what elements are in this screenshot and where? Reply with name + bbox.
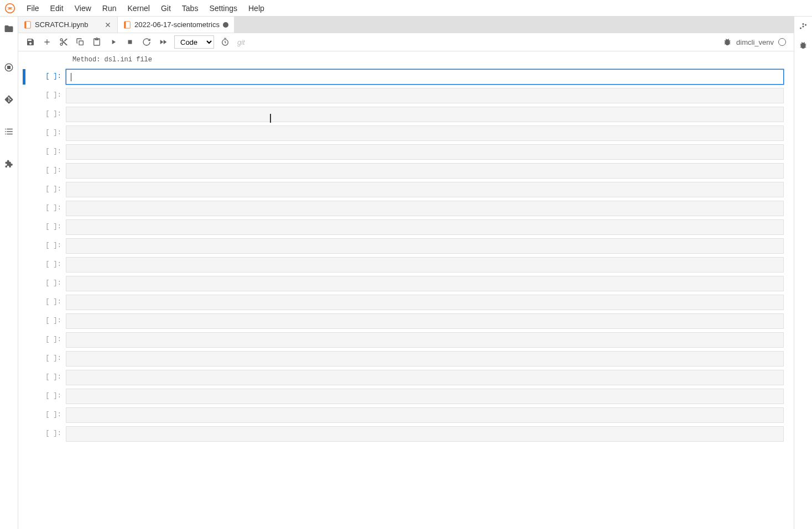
dirty-indicator-icon bbox=[223, 22, 228, 28]
menu-run[interactable]: Run bbox=[97, 2, 122, 15]
menu-edit[interactable]: Edit bbox=[45, 2, 69, 15]
paste-button[interactable] bbox=[89, 35, 105, 49]
cell-marker bbox=[23, 69, 25, 85]
cell-input[interactable] bbox=[66, 407, 784, 423]
cell-input[interactable] bbox=[66, 389, 784, 404]
cell-input[interactable] bbox=[66, 125, 784, 141]
code-cell[interactable]: [ ]: bbox=[23, 238, 784, 254]
cursor bbox=[71, 73, 71, 81]
cell-input[interactable] bbox=[66, 144, 784, 160]
toc-icon[interactable] bbox=[3, 126, 14, 137]
cell-marker bbox=[23, 313, 25, 329]
bug-icon[interactable] bbox=[723, 38, 732, 46]
code-cell[interactable]: [ ]: bbox=[23, 370, 784, 385]
timing-button[interactable] bbox=[217, 35, 233, 49]
notebook-icon bbox=[24, 21, 32, 29]
cell-input[interactable] bbox=[66, 313, 784, 329]
add-cell-button[interactable] bbox=[39, 35, 55, 49]
code-cell[interactable]: [ ]: bbox=[23, 107, 784, 122]
menu-git[interactable]: Git bbox=[155, 2, 176, 15]
cell-prompt: [ ]: bbox=[28, 163, 66, 179]
code-cell[interactable]: [ ]: bbox=[23, 313, 784, 329]
tab-scratch[interactable]: SCRATCH.ipynb bbox=[18, 17, 118, 33]
cell-input[interactable] bbox=[66, 182, 784, 197]
cell-input[interactable] bbox=[66, 426, 784, 442]
cell-input[interactable] bbox=[66, 219, 784, 235]
run-button[interactable] bbox=[106, 35, 121, 49]
code-cell[interactable]: [ ]: bbox=[23, 144, 784, 160]
cell-input[interactable] bbox=[66, 370, 784, 385]
cell-marker bbox=[23, 238, 25, 254]
fast-forward-button[interactable] bbox=[155, 35, 171, 49]
code-cell[interactable]: [ ]: bbox=[23, 182, 784, 197]
cell-input[interactable] bbox=[66, 163, 784, 179]
copy-button[interactable] bbox=[72, 35, 88, 49]
cell-marker bbox=[23, 219, 25, 235]
code-cell[interactable]: [ ]: bbox=[23, 389, 784, 404]
code-cell[interactable]: [ ]: bbox=[23, 69, 784, 85]
running-icon[interactable] bbox=[3, 62, 14, 73]
cell-prompt: [ ]: bbox=[28, 238, 66, 254]
menu-help[interactable]: Help bbox=[243, 2, 270, 15]
cell-marker bbox=[23, 426, 25, 442]
cell-input[interactable] bbox=[66, 257, 784, 273]
code-cell[interactable]: [ ]: bbox=[23, 163, 784, 179]
code-cell[interactable]: [ ]: bbox=[23, 219, 784, 235]
cell-marker bbox=[23, 88, 25, 103]
svg-point-11 bbox=[800, 28, 801, 29]
git-icon[interactable] bbox=[3, 94, 14, 105]
code-cell[interactable]: [ ]: bbox=[23, 257, 784, 273]
code-cell[interactable]: [ ]: bbox=[23, 276, 784, 291]
code-cell[interactable]: [ ]: bbox=[23, 295, 784, 310]
debugger-icon[interactable] bbox=[798, 40, 809, 51]
code-cell[interactable]: [ ]: bbox=[23, 426, 784, 442]
restart-button[interactable] bbox=[139, 35, 154, 49]
cell-input[interactable] bbox=[66, 238, 784, 254]
svg-rect-4 bbox=[25, 21, 27, 28]
menubar: FileEditViewRunKernelGitTabsSettingsHelp bbox=[0, 0, 812, 17]
tab-scientometrics[interactable]: 2022-06-17-scientometrics bbox=[118, 17, 235, 33]
notebook-content[interactable]: Method: dsl.ini file [ ]:[ ]:[ ]:[ ]:[ ]… bbox=[18, 51, 794, 529]
tab-title: SCRATCH.ipynb bbox=[35, 20, 101, 29]
menu-file[interactable]: File bbox=[21, 2, 45, 15]
svg-rect-8 bbox=[128, 40, 132, 44]
cell-marker bbox=[23, 407, 25, 423]
menu-tabs[interactable]: Tabs bbox=[176, 2, 204, 15]
menu-kernel[interactable]: Kernel bbox=[122, 2, 155, 15]
cell-input[interactable] bbox=[66, 351, 784, 366]
code-cell[interactable]: [ ]: bbox=[23, 407, 784, 423]
code-cell[interactable]: [ ]: bbox=[23, 88, 784, 103]
code-cell[interactable]: [ ]: bbox=[23, 351, 784, 366]
cell-prompt: [ ]: bbox=[28, 219, 66, 235]
kernel-status-icon[interactable] bbox=[778, 38, 786, 46]
cell-type-select[interactable]: Code bbox=[174, 35, 214, 49]
close-icon[interactable] bbox=[104, 21, 112, 29]
code-cell[interactable]: [ ]: bbox=[23, 332, 784, 348]
cell-input[interactable] bbox=[66, 69, 784, 85]
save-button[interactable] bbox=[23, 35, 38, 49]
notebook-icon bbox=[123, 21, 131, 29]
cell-marker bbox=[23, 257, 25, 273]
cell-marker bbox=[23, 144, 25, 160]
svg-rect-7 bbox=[79, 41, 83, 45]
code-cell[interactable]: [ ]: bbox=[23, 201, 784, 216]
cell-input[interactable] bbox=[66, 332, 784, 348]
cell-input[interactable] bbox=[66, 88, 784, 103]
cell-input[interactable] bbox=[66, 276, 784, 291]
menu-view[interactable]: View bbox=[69, 2, 97, 15]
cut-button[interactable] bbox=[56, 35, 71, 49]
git-label: git bbox=[234, 38, 248, 46]
code-cell[interactable]: [ ]: bbox=[23, 125, 784, 141]
menu-settings[interactable]: Settings bbox=[204, 2, 243, 15]
cell-input[interactable] bbox=[66, 295, 784, 310]
cell-input[interactable] bbox=[66, 107, 784, 122]
cell-input[interactable] bbox=[66, 201, 784, 216]
cell-marker bbox=[23, 351, 25, 366]
cell-marker bbox=[23, 125, 25, 141]
folder-icon[interactable] bbox=[3, 23, 14, 34]
jupyter-logo[interactable] bbox=[4, 3, 15, 14]
extension-icon[interactable] bbox=[3, 158, 14, 169]
property-inspector-icon[interactable] bbox=[798, 21, 809, 32]
stop-button[interactable] bbox=[122, 35, 138, 49]
kernel-name[interactable]: dimcli_venv bbox=[736, 38, 774, 46]
